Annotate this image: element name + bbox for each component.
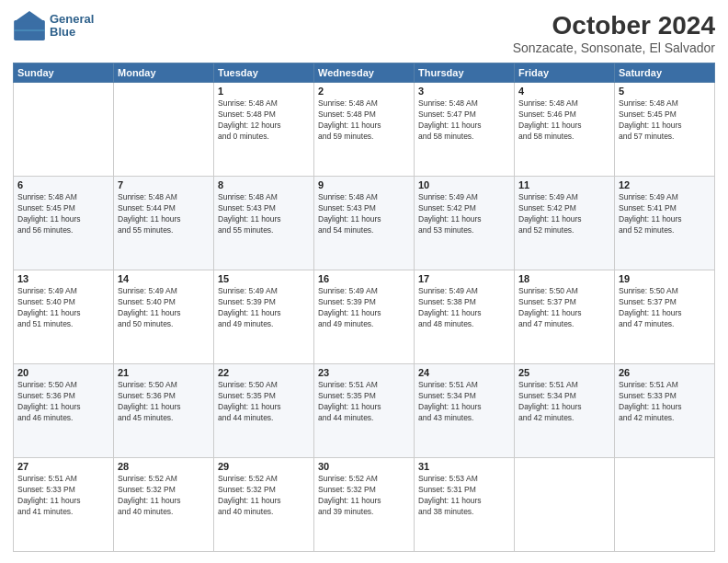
svg-marker-1 <box>14 11 45 22</box>
calendar-cell: 24Sunrise: 5:51 AM Sunset: 5:34 PM Dayli… <box>415 364 515 458</box>
day-info: Sunrise: 5:52 AM Sunset: 5:32 PM Dayligh… <box>318 474 410 518</box>
day-info: Sunrise: 5:53 AM Sunset: 5:31 PM Dayligh… <box>418 474 510 518</box>
day-number: 11 <box>518 179 610 190</box>
calendar-cell: 6Sunrise: 5:48 AM Sunset: 5:45 PM Daylig… <box>14 177 114 270</box>
day-number: 13 <box>17 273 109 284</box>
day-info: Sunrise: 5:50 AM Sunset: 5:36 PM Dayligh… <box>118 380 210 424</box>
header-cell-thursday: Thursday <box>415 63 515 83</box>
day-info: Sunrise: 5:49 AM Sunset: 5:39 PM Dayligh… <box>218 286 310 330</box>
day-number: 16 <box>318 273 410 284</box>
day-info: Sunrise: 5:49 AM Sunset: 5:40 PM Dayligh… <box>118 286 210 330</box>
calendar-cell: 18Sunrise: 5:50 AM Sunset: 5:37 PM Dayli… <box>515 270 615 364</box>
day-number: 4 <box>518 86 610 97</box>
day-number: 22 <box>218 367 310 378</box>
calendar-cell: 1Sunrise: 5:48 AM Sunset: 5:48 PM Daylig… <box>214 83 314 177</box>
day-number: 19 <box>619 273 711 284</box>
day-info: Sunrise: 5:49 AM Sunset: 5:42 PM Dayligh… <box>418 192 510 236</box>
calendar-table: SundayMondayTuesdayWednesdayThursdayFrid… <box>13 63 715 552</box>
header-cell-friday: Friday <box>515 63 615 83</box>
header-cell-monday: Monday <box>114 63 214 83</box>
day-number: 12 <box>619 179 711 190</box>
day-info: Sunrise: 5:48 AM Sunset: 5:45 PM Dayligh… <box>17 192 109 236</box>
day-number: 30 <box>318 461 410 472</box>
calendar-cell: 12Sunrise: 5:49 AM Sunset: 5:41 PM Dayli… <box>615 177 715 270</box>
day-info: Sunrise: 5:50 AM Sunset: 5:37 PM Dayligh… <box>619 286 711 330</box>
calendar-subtitle: Sonzacate, Sonsonate, El Salvador <box>513 40 715 55</box>
week-row-3: 13Sunrise: 5:49 AM Sunset: 5:40 PM Dayli… <box>14 270 715 364</box>
day-info: Sunrise: 5:48 AM Sunset: 5:46 PM Dayligh… <box>518 98 610 143</box>
calendar-cell: 29Sunrise: 5:52 AM Sunset: 5:32 PM Dayli… <box>214 458 314 552</box>
day-info: Sunrise: 5:52 AM Sunset: 5:32 PM Dayligh… <box>118 474 210 518</box>
calendar-cell: 14Sunrise: 5:49 AM Sunset: 5:40 PM Dayli… <box>114 270 214 364</box>
day-number: 15 <box>218 273 310 284</box>
day-number: 31 <box>418 461 510 472</box>
calendar-cell: 16Sunrise: 5:49 AM Sunset: 5:39 PM Dayli… <box>314 270 415 364</box>
calendar-cell: 21Sunrise: 5:50 AM Sunset: 5:36 PM Dayli… <box>114 364 214 458</box>
calendar-cell: 26Sunrise: 5:51 AM Sunset: 5:33 PM Dayli… <box>615 364 715 458</box>
calendar-cell: 3Sunrise: 5:48 AM Sunset: 5:47 PM Daylig… <box>415 83 515 177</box>
day-info: Sunrise: 5:49 AM Sunset: 5:39 PM Dayligh… <box>318 286 410 330</box>
calendar-cell: 2Sunrise: 5:48 AM Sunset: 5:48 PM Daylig… <box>314 83 415 177</box>
calendar-cell: 15Sunrise: 5:49 AM Sunset: 5:39 PM Dayli… <box>214 270 314 364</box>
day-number: 27 <box>17 461 109 472</box>
day-info: Sunrise: 5:48 AM Sunset: 5:43 PM Dayligh… <box>218 192 310 236</box>
day-info: Sunrise: 5:48 AM Sunset: 5:45 PM Dayligh… <box>619 98 711 143</box>
day-info: Sunrise: 5:51 AM Sunset: 5:35 PM Dayligh… <box>318 380 410 424</box>
day-info: Sunrise: 5:52 AM Sunset: 5:32 PM Dayligh… <box>218 474 310 518</box>
calendar-cell: 11Sunrise: 5:49 AM Sunset: 5:42 PM Dayli… <box>515 177 615 270</box>
week-row-2: 6Sunrise: 5:48 AM Sunset: 5:45 PM Daylig… <box>14 177 715 270</box>
day-info: Sunrise: 5:50 AM Sunset: 5:35 PM Dayligh… <box>218 380 310 424</box>
calendar-cell: 30Sunrise: 5:52 AM Sunset: 5:32 PM Dayli… <box>314 458 415 552</box>
day-number: 20 <box>17 367 109 378</box>
calendar-cell <box>14 83 114 177</box>
calendar-cell: 27Sunrise: 5:51 AM Sunset: 5:33 PM Dayli… <box>14 458 114 552</box>
day-info: Sunrise: 5:49 AM Sunset: 5:42 PM Dayligh… <box>518 192 610 236</box>
day-number: 6 <box>17 179 109 190</box>
week-row-5: 27Sunrise: 5:51 AM Sunset: 5:33 PM Dayli… <box>14 458 715 552</box>
calendar-cell: 28Sunrise: 5:52 AM Sunset: 5:32 PM Dayli… <box>114 458 214 552</box>
day-number: 5 <box>619 86 711 97</box>
day-number: 23 <box>318 367 410 378</box>
day-number: 21 <box>118 367 210 378</box>
calendar-body: 1Sunrise: 5:48 AM Sunset: 5:48 PM Daylig… <box>14 83 715 552</box>
week-row-4: 20Sunrise: 5:50 AM Sunset: 5:36 PM Dayli… <box>14 364 715 458</box>
day-info: Sunrise: 5:51 AM Sunset: 5:33 PM Dayligh… <box>17 474 109 518</box>
header-cell-saturday: Saturday <box>615 63 715 83</box>
day-number: 25 <box>518 367 610 378</box>
day-number: 9 <box>318 179 410 190</box>
day-info: Sunrise: 5:50 AM Sunset: 5:36 PM Dayligh… <box>17 380 109 424</box>
calendar-cell: 10Sunrise: 5:49 AM Sunset: 5:42 PM Dayli… <box>415 177 515 270</box>
calendar-cell <box>615 458 715 552</box>
day-number: 24 <box>418 367 510 378</box>
day-info: Sunrise: 5:49 AM Sunset: 5:41 PM Dayligh… <box>619 192 711 236</box>
calendar-cell: 25Sunrise: 5:51 AM Sunset: 5:34 PM Dayli… <box>515 364 615 458</box>
logo-svg <box>13 11 46 40</box>
day-number: 17 <box>418 273 510 284</box>
day-number: 10 <box>418 179 510 190</box>
day-number: 2 <box>318 86 410 97</box>
day-number: 28 <box>118 461 210 472</box>
day-number: 29 <box>218 461 310 472</box>
calendar-cell: 13Sunrise: 5:49 AM Sunset: 5:40 PM Dayli… <box>14 270 114 364</box>
header: General Blue October 2024 Sonzacate, Son… <box>13 11 715 55</box>
calendar-cell: 23Sunrise: 5:51 AM Sunset: 5:35 PM Dayli… <box>314 364 415 458</box>
day-number: 26 <box>619 367 711 378</box>
day-info: Sunrise: 5:48 AM Sunset: 5:48 PM Dayligh… <box>218 98 310 143</box>
logo-inner: General Blue <box>13 11 94 40</box>
header-row: SundayMondayTuesdayWednesdayThursdayFrid… <box>14 63 715 83</box>
calendar-cell: 20Sunrise: 5:50 AM Sunset: 5:36 PM Dayli… <box>14 364 114 458</box>
day-info: Sunrise: 5:51 AM Sunset: 5:34 PM Dayligh… <box>518 380 610 424</box>
day-info: Sunrise: 5:48 AM Sunset: 5:44 PM Dayligh… <box>118 192 210 236</box>
svg-rect-2 <box>14 29 45 31</box>
day-number: 7 <box>118 179 210 190</box>
logo-general: General <box>50 13 94 26</box>
calendar-title: October 2024 <box>513 11 715 40</box>
day-info: Sunrise: 5:48 AM Sunset: 5:43 PM Dayligh… <box>318 192 410 236</box>
day-info: Sunrise: 5:51 AM Sunset: 5:33 PM Dayligh… <box>619 380 711 424</box>
calendar-cell: 31Sunrise: 5:53 AM Sunset: 5:31 PM Dayli… <box>415 458 515 552</box>
day-info: Sunrise: 5:49 AM Sunset: 5:40 PM Dayligh… <box>17 286 109 330</box>
logo-graphic <box>13 11 46 40</box>
header-cell-sunday: Sunday <box>14 63 114 83</box>
calendar-cell: 19Sunrise: 5:50 AM Sunset: 5:37 PM Dayli… <box>615 270 715 364</box>
calendar-cell: 9Sunrise: 5:48 AM Sunset: 5:43 PM Daylig… <box>314 177 415 270</box>
